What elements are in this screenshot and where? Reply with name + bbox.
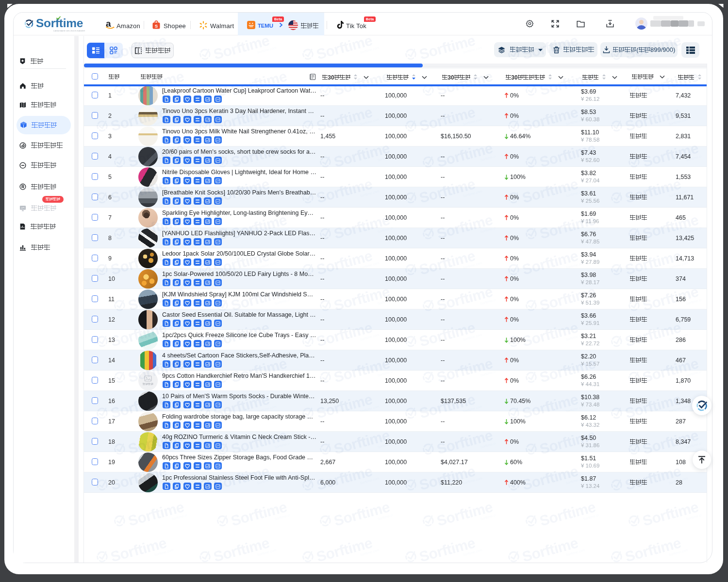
svg-text:S: S xyxy=(155,23,158,29)
